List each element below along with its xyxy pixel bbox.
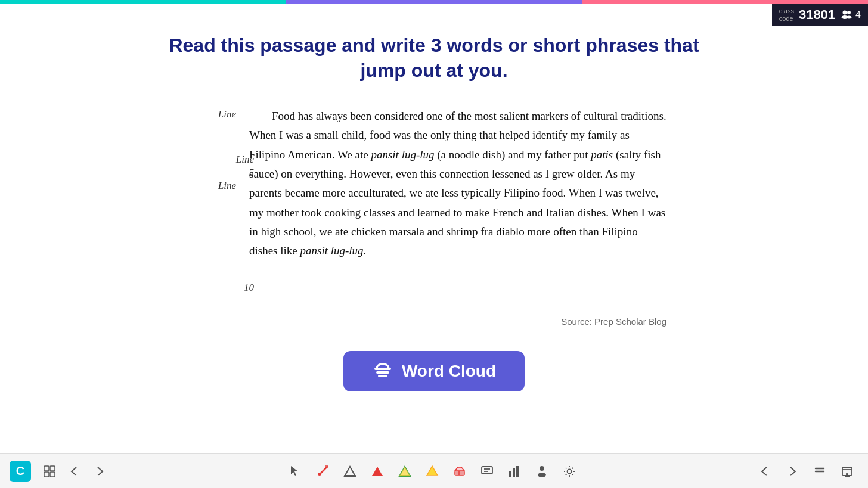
highlighter-icon: [426, 465, 439, 478]
forward-button[interactable]: [88, 461, 111, 481]
laser-pointer-button[interactable]: [311, 461, 334, 481]
svg-rect-10: [50, 472, 55, 477]
bottom-toolbar: C: [0, 453, 868, 488]
source-citation: Source: Prep Scholar Blog: [202, 314, 666, 330]
fullscreen-button[interactable]: [836, 461, 858, 481]
main-content: Read this passage and write 3 words or s…: [0, 4, 868, 452]
cursor-tool-button[interactable]: [284, 461, 306, 481]
svg-rect-6: [378, 375, 388, 377]
passage-paragraph: Food has always been considered one of t…: [249, 107, 666, 260]
triangle-red-button[interactable]: [366, 461, 389, 481]
line-number-label: Line: [218, 180, 236, 191]
cursor-icon: [289, 465, 302, 478]
line-label-text: Line: [224, 154, 254, 166]
passage-text: Food has always been considered one of t…: [202, 107, 666, 260]
line-number-5: 5: [224, 167, 254, 179]
svg-rect-5: [376, 371, 389, 374]
comment-button[interactable]: [476, 461, 498, 481]
nav-prev-button[interactable]: [754, 461, 776, 481]
bar-chart-button[interactable]: [503, 461, 526, 481]
svg-rect-31: [847, 474, 848, 475]
person-button[interactable]: [531, 461, 553, 481]
pansit-lug-lug-1: pansit lug-lug: [371, 148, 434, 161]
fullscreen-icon: [841, 465, 854, 478]
line-numbers-wrapper: Line Food has always been considered one…: [202, 107, 666, 309]
svg-point-26: [568, 469, 572, 473]
svg-rect-15: [455, 471, 464, 475]
triangle-green-button[interactable]: [393, 461, 416, 481]
svg-line-12: [321, 467, 327, 473]
settings-icon: [563, 465, 576, 478]
hide-icon: [813, 465, 826, 478]
toolbar-center: [111, 461, 754, 481]
svg-rect-22: [513, 468, 515, 477]
triangle-outline-icon: [343, 465, 356, 478]
svg-rect-18: [482, 467, 492, 474]
settings-button[interactable]: [558, 461, 581, 481]
word-cloud-icon: [372, 363, 393, 380]
svg-point-25: [538, 473, 546, 477]
nav-next-button[interactable]: [781, 461, 804, 481]
word-cloud-label: Word Cloud: [402, 362, 496, 381]
page-title: Read this passage and write 3 words or s…: [166, 33, 702, 83]
svg-marker-17: [455, 467, 464, 471]
eraser-button[interactable]: [448, 461, 471, 481]
back-button[interactable]: [63, 461, 86, 481]
svg-point-24: [540, 466, 544, 471]
pansit-lug-lug-2: pansit lug-lug: [300, 244, 364, 257]
toolbar-left: C: [10, 461, 111, 482]
line-label: Line: [202, 107, 236, 122]
triangle-green-icon: [398, 465, 411, 478]
forward-arrow-icon: [93, 465, 106, 478]
word-cloud-button[interactable]: Word Cloud: [343, 351, 525, 391]
line-number-10: 10: [224, 282, 254, 294]
grid-icon: [43, 465, 56, 478]
svg-rect-8: [50, 466, 55, 471]
nav-prev-icon: [758, 465, 771, 478]
highlighter-button[interactable]: [421, 461, 444, 481]
person-icon: [535, 465, 548, 478]
triangle-outline-button[interactable]: [339, 461, 361, 481]
svg-rect-23: [516, 466, 519, 477]
nav-next-icon: [786, 465, 799, 478]
brand-logo[interactable]: C: [10, 461, 31, 482]
svg-rect-9: [44, 472, 49, 477]
svg-rect-7: [44, 466, 49, 471]
triangle-red-icon: [371, 465, 384, 478]
comment-icon: [480, 465, 494, 478]
grid-button[interactable]: [38, 461, 61, 481]
bar-chart-icon: [508, 465, 521, 478]
patis: patis: [591, 148, 613, 161]
cloud-lines-icon: [372, 363, 393, 380]
eraser-icon: [453, 465, 466, 478]
passage-container: Line Food has always been considered one…: [202, 107, 666, 330]
hide-button[interactable]: [808, 461, 831, 481]
back-arrow-icon: [68, 465, 81, 478]
svg-rect-21: [509, 471, 512, 477]
toolbar-right: [754, 461, 858, 481]
laser-icon: [316, 465, 329, 478]
